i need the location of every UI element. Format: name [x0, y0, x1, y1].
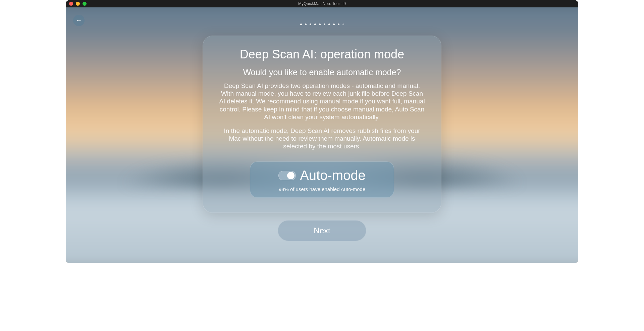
card-paragraph-2: In the automatic mode, Deep Scan AI remo… [218, 127, 426, 150]
minimize-window-button[interactable] [76, 2, 80, 6]
toggle-knob [287, 172, 294, 179]
card-subheading: Would you like to enable automatic mode? [218, 67, 426, 77]
auto-mode-subtext: 98% of users have enabled Auto-mode [258, 186, 386, 192]
page-dot[interactable] [310, 23, 311, 25]
page-dot[interactable] [342, 23, 344, 25]
page-dot[interactable] [300, 23, 302, 25]
next-button-label: Next [314, 226, 330, 235]
page-dot[interactable] [324, 23, 325, 25]
arrow-left-icon: ← [76, 17, 82, 24]
page-indicator [66, 23, 578, 25]
page-dot[interactable] [305, 23, 307, 25]
page-dot[interactable] [314, 23, 316, 25]
next-button[interactable]: Next [278, 220, 366, 241]
auto-mode-toggle[interactable] [278, 171, 296, 180]
page-dot[interactable] [319, 23, 321, 25]
page-dot[interactable] [338, 23, 339, 25]
titlebar: MyQuickMac Neo: Tour - 9 [66, 0, 578, 7]
content-area: ← Deep Scan AI: operation mode Would you… [66, 7, 578, 263]
card-heading: Deep Scan AI: operation mode [218, 47, 426, 61]
page-dot[interactable] [333, 23, 335, 25]
fullscreen-window-button[interactable] [83, 2, 87, 6]
tour-card: Deep Scan AI: operation mode Would you l… [203, 36, 441, 213]
window-controls [66, 2, 87, 6]
auto-mode-label: Auto-mode [300, 168, 366, 183]
auto-mode-panel: Auto-mode 98% of users have enabled Auto… [250, 161, 394, 198]
auto-mode-row: Auto-mode [258, 168, 386, 183]
app-window: MyQuickMac Neo: Tour - 9 ← Deep Scan AI:… [66, 0, 578, 263]
card-paragraph-1: Deep Scan AI provides two operation mode… [218, 82, 426, 121]
page-dot[interactable] [328, 23, 330, 25]
window-title: MyQuickMac Neo: Tour - 9 [66, 1, 578, 6]
close-window-button[interactable] [69, 2, 73, 6]
